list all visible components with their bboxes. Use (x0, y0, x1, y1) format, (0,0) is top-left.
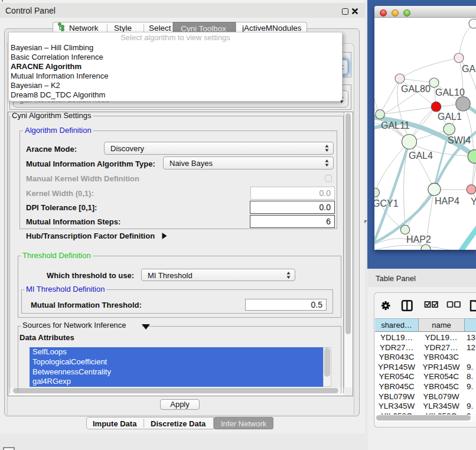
svg-text:GAL11: GAL11 (381, 120, 410, 131)
svg-text:YJ: YJ (471, 197, 476, 207)
svg-text:GCY1: GCY1 (374, 198, 399, 208)
svg-text:GAL2: GAL2 (462, 64, 476, 74)
svg-text:GAL10: GAL10 (435, 87, 465, 97)
svg-text:GAL4: GAL4 (409, 151, 433, 161)
svg-text:GAL80: GAL80 (401, 84, 431, 94)
svg-text:HAP4: HAP4 (435, 196, 459, 206)
svg-text:HAP2: HAP2 (406, 234, 431, 244)
svg-text:SWI4: SWI4 (448, 135, 471, 145)
svg-text:GAL1: GAL1 (438, 112, 462, 122)
